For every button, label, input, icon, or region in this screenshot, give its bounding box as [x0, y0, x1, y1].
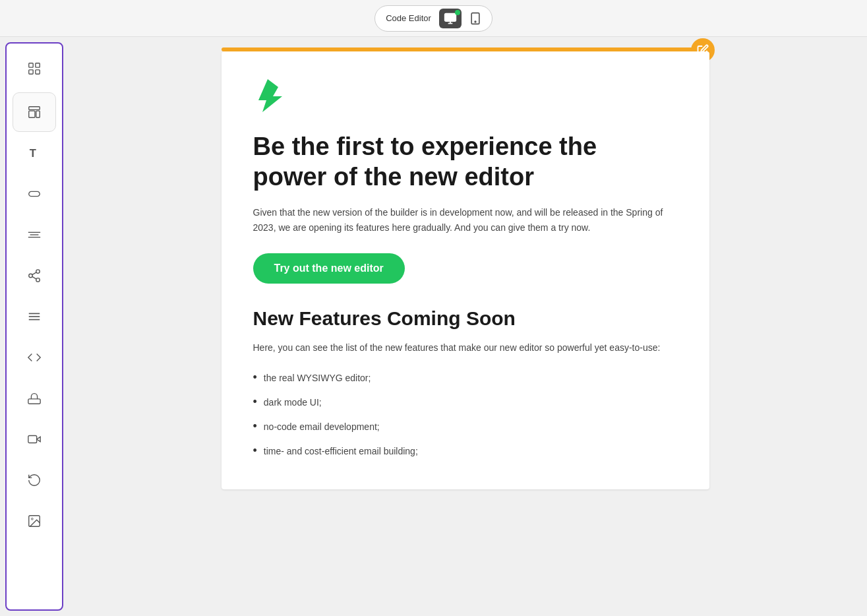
code-icon [27, 350, 42, 365]
sidebar-item-layout[interactable] [13, 92, 56, 132]
section-heading: New Features Coming Soon [253, 307, 678, 330]
list-item: no-code email development; [253, 414, 678, 439]
grid-icon [27, 61, 42, 76]
sidebar-item-code[interactable] [13, 338, 56, 377]
svg-rect-9 [29, 107, 40, 110]
widget-icon [27, 391, 42, 406]
menu-icon [27, 309, 42, 324]
svg-point-4 [475, 21, 476, 22]
list-item: time- and cost-efficient email building; [253, 439, 678, 463]
sidebar-item-text[interactable]: T [13, 133, 56, 173]
logo [253, 78, 678, 116]
feature-list: the real WYSIWYG editor; dark mode UI; n… [253, 365, 678, 463]
svg-rect-26 [28, 436, 37, 443]
sidebar-item-video[interactable] [13, 419, 56, 459]
sidebar-item-divider[interactable] [13, 215, 56, 255]
main-heading: Be the first to experience the power of … [253, 132, 678, 192]
email-container: Be the first to experience the power of … [222, 51, 709, 489]
code-editor-label: Code Editor [380, 13, 436, 23]
svg-line-21 [32, 272, 36, 275]
svg-point-19 [36, 278, 40, 282]
view-switcher: Code Editor [374, 5, 493, 32]
svg-line-20 [32, 276, 36, 279]
mobile-icon [469, 12, 482, 25]
cta-button[interactable]: Try out the new editor [253, 253, 405, 284]
sidebar-item-share[interactable] [13, 256, 56, 295]
canvas-area: Be the first to experience the power of … [63, 37, 867, 616]
sidebar: T [5, 42, 63, 611]
green-dot [455, 10, 460, 15]
svg-rect-5 [29, 63, 33, 67]
button-icon [27, 187, 42, 201]
svg-rect-7 [29, 70, 33, 74]
svg-rect-0 [444, 13, 456, 21]
sidebar-item-timer[interactable] [13, 460, 56, 500]
svg-point-29 [31, 518, 33, 520]
brand-logo [253, 78, 282, 113]
sidebar-item-grid[interactable] [13, 49, 56, 88]
svg-text:T: T [30, 147, 36, 159]
svg-rect-13 [29, 191, 40, 196]
svg-rect-6 [36, 63, 40, 67]
list-item: dark mode UI; [253, 390, 678, 414]
sidebar-item-widget[interactable] [13, 379, 56, 418]
layout-icon [27, 105, 42, 119]
svg-point-18 [29, 274, 33, 278]
feature-intro: Here, you can see the list of the new fe… [253, 340, 678, 355]
sidebar-item-gallery[interactable] [13, 501, 56, 541]
svg-rect-10 [29, 111, 35, 117]
mobile-view-btn[interactable] [464, 9, 487, 28]
desktop-view-btn[interactable] [439, 9, 462, 28]
svg-marker-27 [37, 437, 40, 441]
sidebar-item-menu[interactable] [13, 297, 56, 336]
list-item: the real WYSIWYG editor; [253, 365, 678, 390]
text-icon: T [27, 146, 42, 160]
svg-rect-8 [36, 70, 40, 74]
body-text: Given that the new version of the builde… [253, 205, 678, 235]
video-icon [27, 432, 42, 447]
timer-icon [27, 473, 42, 487]
main-layout: T [0, 37, 867, 616]
svg-rect-11 [36, 111, 40, 117]
top-bar: Code Editor [0, 0, 867, 37]
svg-rect-25 [28, 399, 40, 404]
gallery-icon [27, 514, 42, 528]
share-icon [27, 268, 42, 283]
sidebar-item-button[interactable] [13, 174, 56, 214]
svg-point-17 [36, 270, 40, 274]
divider-icon [27, 228, 42, 242]
